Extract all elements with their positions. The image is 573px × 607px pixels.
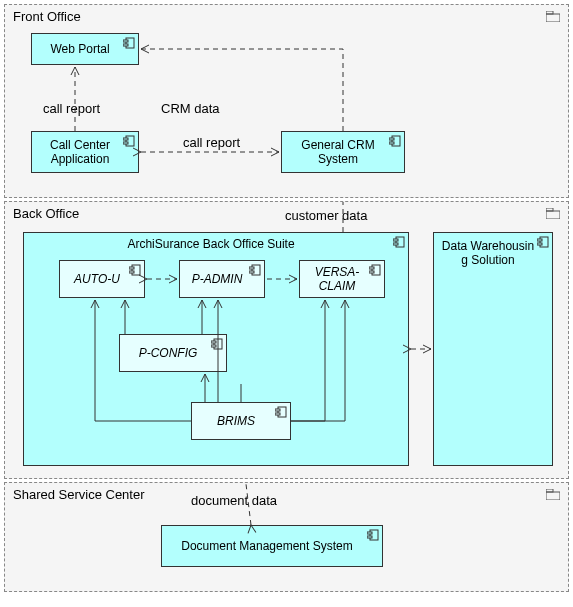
edge-label-call-report-v: call report: [43, 101, 100, 116]
svg-rect-16: [393, 239, 398, 241]
package-shared-service: Shared Service Center Document Managemen…: [4, 482, 569, 592]
svg-rect-35: [537, 243, 542, 245]
component-icon: [123, 135, 135, 150]
component-icon: [129, 264, 141, 279]
folder-icon: [546, 11, 560, 22]
component-call-center: Call Center Application: [31, 131, 139, 173]
component-icon: [369, 264, 381, 279]
component-label: Web Portal: [50, 42, 109, 56]
svg-rect-14: [546, 208, 553, 211]
component-label: Document Management System: [181, 539, 352, 553]
component-icon: [211, 338, 223, 353]
svg-rect-19: [129, 267, 134, 269]
component-label: General CRM System: [288, 138, 388, 166]
component-label: Call Center Application: [38, 138, 122, 166]
edge-label-call-report-h: call report: [183, 135, 240, 150]
component-dms: Document Management System: [161, 525, 383, 567]
component-label: P-CONFIG: [139, 346, 198, 360]
component-icon: [275, 406, 287, 421]
svg-rect-34: [537, 239, 542, 241]
svg-rect-7: [123, 142, 128, 144]
component-icon: [249, 264, 261, 279]
svg-rect-26: [369, 271, 374, 273]
svg-rect-4: [123, 44, 128, 46]
component-auto-u: AUTO-U: [59, 260, 145, 298]
package-title-back: Back Office: [13, 206, 79, 221]
edge-label-document-data: document data: [191, 493, 277, 508]
svg-rect-13: [546, 211, 560, 219]
svg-rect-0: [546, 14, 560, 22]
svg-rect-48: [367, 532, 372, 534]
svg-rect-23: [249, 271, 254, 273]
folder-icon: [546, 208, 560, 219]
package-front-office: Front Office Web Portal Call Center Appl…: [4, 4, 569, 198]
svg-rect-10: [389, 142, 394, 144]
edge-label-crm-data: CRM data: [161, 101, 220, 116]
component-icon: [367, 529, 379, 544]
svg-rect-1: [546, 11, 553, 14]
svg-rect-17: [393, 243, 398, 245]
svg-rect-49: [367, 536, 372, 538]
component-data-warehouse: Data Warehousin g Solution: [433, 232, 553, 466]
component-icon: [123, 37, 135, 52]
svg-rect-22: [249, 267, 254, 269]
component-label: P-ADMIN: [192, 272, 243, 286]
edge-label-customer-data: customer data: [285, 208, 367, 223]
component-icon: [389, 135, 401, 150]
package-title-shared: Shared Service Center: [13, 487, 145, 502]
component-label: Data Warehousin g Solution: [440, 239, 536, 267]
svg-rect-46: [546, 489, 553, 492]
svg-rect-45: [546, 492, 560, 500]
svg-rect-3: [123, 40, 128, 42]
svg-rect-29: [211, 345, 216, 347]
component-brims: BRIMS: [191, 402, 291, 440]
component-crm: General CRM System: [281, 131, 405, 173]
component-icon: [537, 236, 549, 251]
component-label: BRIMS: [217, 414, 255, 428]
svg-rect-6: [123, 138, 128, 140]
package-back-office: Back Office ArchiSurance Back Office Sui…: [4, 201, 569, 479]
component-label: ArchiSurance Back Office Suite: [127, 237, 294, 251]
component-label: VERSA-CLAIM: [306, 265, 368, 293]
component-versa-claim: VERSA-CLAIM: [299, 260, 385, 298]
svg-rect-28: [211, 341, 216, 343]
component-icon: [393, 236, 405, 251]
component-p-admin: P-ADMIN: [179, 260, 265, 298]
folder-icon: [546, 489, 560, 500]
component-web-portal: Web Portal: [31, 33, 139, 65]
svg-rect-9: [389, 138, 394, 140]
svg-rect-31: [275, 409, 280, 411]
svg-rect-20: [129, 271, 134, 273]
svg-rect-32: [275, 413, 280, 415]
component-p-config: P-CONFIG: [119, 334, 227, 372]
package-title-front: Front Office: [13, 9, 81, 24]
svg-rect-25: [369, 267, 374, 269]
component-label: AUTO-U: [74, 272, 120, 286]
